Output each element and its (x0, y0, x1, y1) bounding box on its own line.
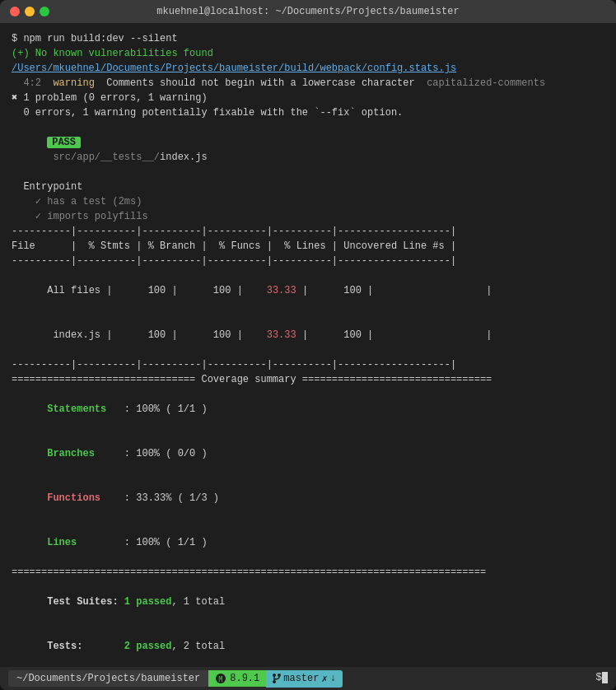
terminal-body[interactable]: $ npm run build:dev --silent (+) No know… (0, 23, 616, 667)
svg-point-4 (273, 680, 276, 683)
branch-icon (273, 673, 281, 684)
statusbar-x: ✗ (321, 673, 327, 685)
table-row-index: index.js | 100 | 100 | 33.33 | 100 | | (12, 313, 604, 357)
statusbar-branch: master ✗ ↓ (266, 670, 343, 688)
svg-text:M: M (219, 676, 223, 683)
tests-line: Tests: 2 passed, 2 total (12, 624, 604, 667)
test-1: ✓ has a test (2ms) (12, 194, 604, 209)
terminal-window: mkuehnel@localhost: ~/Documents/Projects… (0, 0, 616, 690)
table-div-2: ----------|----------|----------|-------… (12, 254, 604, 268)
branches-line: Branches : 100% ( 0/0 ) (12, 431, 604, 476)
prompt-line: $ (557, 654, 608, 690)
statusbar-branch-name: master (283, 673, 319, 684)
svg-point-3 (278, 674, 281, 677)
maximize-button[interactable] (40, 7, 49, 16)
functions-line: Functions : 33.33% ( 1/3 ) (12, 476, 604, 520)
statusbar-node: M 8.9.1 (208, 670, 266, 687)
vuln-notice: (+) No known vulnerabilities found (12, 46, 604, 61)
npm-command: $ npm run build:dev --silent (12, 31, 604, 46)
close-button[interactable] (10, 7, 20, 16)
table-header: File | % Stmts | % Branch | % Funcs | % … (12, 239, 604, 254)
test-suites-line: Test Suites: 1 passed, 1 total (12, 580, 604, 624)
traffic-lights (10, 7, 49, 16)
table-div-1: ----------|----------|----------|-------… (12, 224, 604, 239)
window-title: mkuehnel@localhost: ~/Documents/Projects… (156, 6, 459, 17)
node-icon: M (215, 673, 226, 684)
statements-line: Statements : 100% ( 1/1 ) (12, 387, 604, 431)
file-path: /Users/mkuehnel/Documents/Projects/baume… (12, 61, 604, 76)
fix-suggestion: 0 errors, 1 warning potentially fixable … (12, 105, 604, 120)
svg-point-2 (273, 674, 276, 677)
cursor (602, 672, 608, 683)
coverage-footer: ========================================… (12, 565, 604, 580)
table-row-all: All files | 100 | 100 | 33.33 | 100 | | (12, 268, 604, 313)
test-2: ✓ imports polyfills (12, 209, 604, 224)
table-div-3: ----------|----------|----------|-------… (12, 357, 604, 372)
pass-badge: PASS (47, 137, 81, 148)
statusbar-directory: ~/Documents/Projects/baumeister (8, 670, 208, 687)
minimize-button[interactable] (25, 7, 35, 16)
statusbar-arrow-down: ↓ (330, 673, 336, 684)
titlebar: mkuehnel@localhost: ~/Documents/Projects… (0, 0, 616, 23)
statusbar-node-version: 8.9.1 (230, 673, 259, 684)
statusbar: ~/Documents/Projects/baumeister M 8.9.1 … (0, 667, 616, 690)
lines-line: Lines : 100% ( 1/1 ) (12, 520, 604, 565)
coverage-header: =============================== Coverage… (12, 372, 604, 387)
entrypoint-label: Entrypoint (12, 179, 604, 194)
pass-line: PASS src/app/__tests__/index.js (12, 120, 604, 179)
lint-warning: 4:2 warning Comments should not begin wi… (12, 76, 604, 91)
problem-summary: ✖ 1 problem (0 errors, 1 warning) (12, 91, 604, 105)
